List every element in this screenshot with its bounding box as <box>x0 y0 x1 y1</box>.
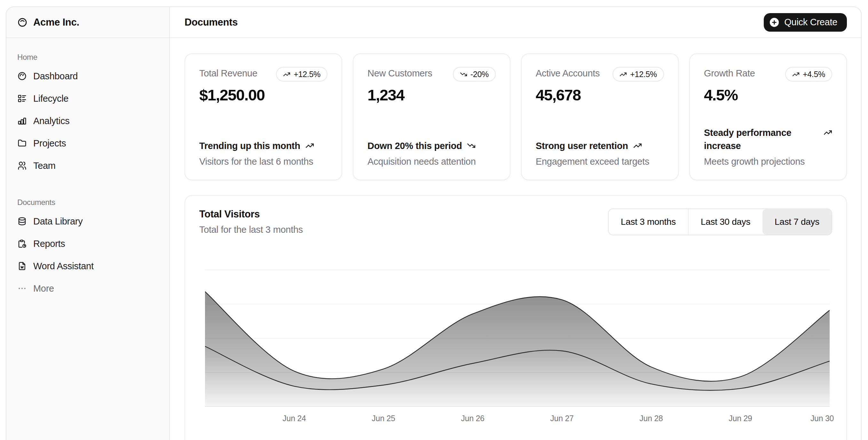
app-frame: Acme Inc. Home Dashboard <box>6 6 862 440</box>
trend-badge: +4.5% <box>785 67 832 82</box>
sidebar-item-more[interactable]: More <box>11 279 164 298</box>
trending-up-icon <box>305 142 314 150</box>
chart-subtitle: Total for the last 3 months <box>199 224 303 235</box>
main-panel: Documents Quick Create Total Revenue <box>170 7 861 440</box>
nav-group-label-home: Home <box>11 51 164 64</box>
trending-up-icon <box>792 71 800 78</box>
x-axis-label: Jun 28 <box>639 414 663 423</box>
sidebar-item-word-assistant[interactable]: Word Assistant <box>11 256 164 276</box>
card-footer-sub: Acquisition needs attention <box>368 156 496 167</box>
file-word-icon <box>17 261 27 271</box>
sidebar: Acme Inc. Home Dashboard <box>6 7 170 440</box>
sidebar-item-label: Team <box>33 160 56 171</box>
content: Total Revenue +12.5% $1,250.00 Trending … <box>170 38 861 440</box>
nav-group-label-documents: Documents <box>11 196 164 209</box>
plus-circle-icon <box>769 17 780 28</box>
range-last-3-months[interactable]: Last 3 months <box>609 209 688 235</box>
sidebar-item-analytics[interactable]: Analytics <box>11 111 164 131</box>
list-details-icon <box>17 94 27 103</box>
range-last-7-days[interactable]: Last 7 days <box>763 209 832 235</box>
trending-down-icon <box>467 142 475 150</box>
sidebar-item-label: Reports <box>33 239 65 249</box>
stat-card-new-customers: New Customers -20% 1,234 Down 20% this p… <box>353 54 510 180</box>
card-value: 4.5% <box>704 86 832 104</box>
sidebar-item-label: Projects <box>33 138 66 149</box>
trending-down-icon <box>460 71 467 78</box>
card-footer-main: Trending up this month <box>199 139 300 153</box>
sidebar-item-label: More <box>33 283 54 294</box>
card-title: Active Accounts <box>536 67 600 78</box>
page-title: Documents <box>185 17 238 28</box>
sidebar-item-label: Word Assistant <box>33 261 94 272</box>
sidebar-item-label: Lifecycle <box>33 93 68 104</box>
sidebar-item-team[interactable]: Team <box>11 156 164 176</box>
trending-up-icon <box>620 71 627 78</box>
sidebar-item-reports[interactable]: Reports <box>11 234 164 254</box>
sidebar-item-projects[interactable]: Projects <box>11 133 164 153</box>
brand-name: Acme Inc. <box>33 17 79 28</box>
visitors-area-chart <box>205 263 830 407</box>
sidebar-item-dashboard[interactable]: Dashboard <box>11 66 164 86</box>
stat-card-total-revenue: Total Revenue +12.5% $1,250.00 Trending … <box>185 54 342 180</box>
card-title: Total Revenue <box>199 67 257 78</box>
main-header: Documents Quick Create <box>170 7 861 38</box>
trending-up-icon <box>283 71 290 78</box>
card-footer-main: Down 20% this period <box>368 139 462 153</box>
quick-create-button[interactable]: Quick Create <box>764 13 847 32</box>
card-footer-sub: Visitors for the last 6 months <box>199 156 328 167</box>
chart-bar-icon <box>17 116 27 126</box>
dots-icon <box>17 284 27 293</box>
range-last-30-days[interactable]: Last 30 days <box>688 209 763 235</box>
card-footer-sub: Engagement exceed targets <box>536 156 664 167</box>
x-axis-label: Jun 29 <box>728 414 752 423</box>
x-axis-label: Jun 27 <box>550 414 574 423</box>
card-value: 45,678 <box>536 86 664 104</box>
card-footer-sub: Meets growth projections <box>704 156 832 167</box>
sidebar-item-label: Dashboard <box>33 71 78 82</box>
gauge-icon <box>17 71 27 81</box>
badge-value: +4.5% <box>803 70 825 79</box>
sidebar-item-lifecycle[interactable]: Lifecycle <box>11 89 164 108</box>
sidebar-item-label: Data Library <box>33 216 83 227</box>
chart-title: Total Visitors <box>199 209 303 220</box>
trending-up-icon <box>824 128 832 137</box>
report-icon <box>17 239 27 248</box>
badge-value: -20% <box>470 70 489 79</box>
x-axis-label: Jun 25 <box>372 414 395 423</box>
x-axis-label: Jun 30 <box>810 414 834 423</box>
time-range-toggle-group: Last 3 months Last 30 days Last 7 days <box>608 209 832 235</box>
stat-cards-row: Total Revenue +12.5% $1,250.00 Trending … <box>185 54 847 180</box>
stat-card-growth-rate: Growth Rate +4.5% 4.5% Steady performanc… <box>689 54 847 180</box>
users-icon <box>17 161 27 170</box>
sidebar-item-label: Analytics <box>33 116 69 126</box>
brand-logo-icon <box>17 17 28 28</box>
stat-card-active-accounts: Active Accounts +12.5% 45,678 Strong use… <box>521 54 679 180</box>
badge-value: +12.5% <box>293 70 320 79</box>
card-value: $1,250.00 <box>199 86 328 104</box>
trend-badge: +12.5% <box>613 67 664 82</box>
total-visitors-card: Total Visitors Total for the last 3 mont… <box>185 195 847 440</box>
card-value: 1,234 <box>368 86 496 104</box>
quick-create-label: Quick Create <box>784 17 837 28</box>
card-title: New Customers <box>368 67 432 78</box>
sidebar-item-data-library[interactable]: Data Library <box>11 211 164 231</box>
trend-badge: +12.5% <box>276 67 328 82</box>
card-footer-main: Strong user retention <box>536 139 628 153</box>
card-title: Growth Rate <box>704 67 755 78</box>
sidebar-brand[interactable]: Acme Inc. <box>6 7 169 38</box>
chart-x-axis: Jun 24Jun 25Jun 26Jun 27Jun 28Jun 29Jun … <box>205 411 830 429</box>
folder-icon <box>17 138 27 148</box>
trend-badge: -20% <box>453 67 496 82</box>
x-axis-label: Jun 24 <box>282 414 306 423</box>
badge-value: +12.5% <box>630 70 657 79</box>
card-footer-main: Steady performance increase <box>704 126 818 153</box>
sidebar-nav: Home Dashboard Lifecycle <box>6 38 169 301</box>
database-icon <box>17 217 27 226</box>
x-axis-label: Jun 26 <box>461 414 484 423</box>
trending-up-icon <box>633 142 642 150</box>
